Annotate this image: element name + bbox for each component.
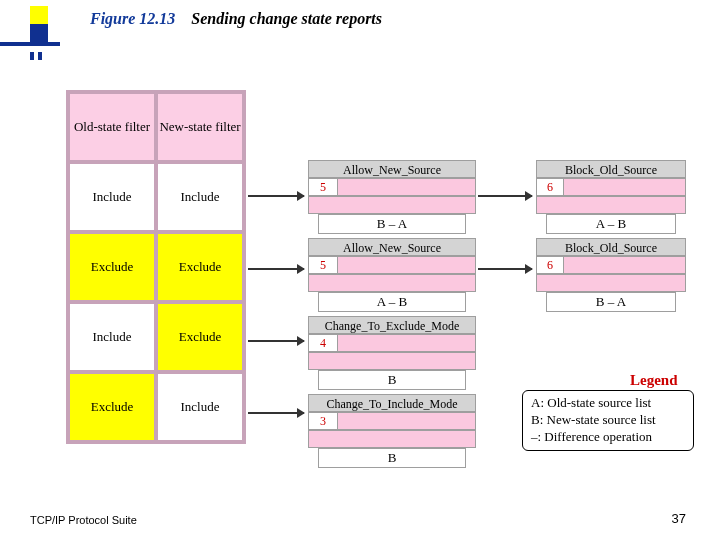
arrow-icon: [248, 195, 304, 197]
slide-logo: [0, 0, 60, 72]
table-row: Exclude Exclude: [68, 232, 244, 302]
msg-record-type: 5: [308, 256, 338, 274]
footer-page-number: 37: [672, 511, 686, 526]
msg-block-old-source: Block_Old_Source 6 B – A: [536, 238, 686, 312]
msg-data: B: [318, 448, 466, 468]
table-row: Include Include: [68, 162, 244, 232]
header-new-state: New-state filter: [156, 92, 244, 162]
figure-caption: Sending change state reports: [191, 10, 382, 27]
msg-pink-row: [536, 196, 686, 214]
arrow-icon: [248, 412, 304, 414]
msg-pink-cell: [564, 256, 686, 274]
footer-source: TCP/IP Protocol Suite: [30, 514, 137, 526]
cell-old: Exclude: [68, 372, 156, 442]
msg-pink-cell: [338, 334, 476, 352]
msg-data: B: [318, 370, 466, 390]
legend-line-c: –: Difference operation: [531, 429, 685, 446]
msg-block-old-source: Block_Old_Source 6 A – B: [536, 160, 686, 234]
table-header-row: Old-state filter New-state filter: [68, 92, 244, 162]
msg-title: Allow_New_Source: [308, 238, 476, 256]
msg-pink-cell: [338, 256, 476, 274]
msg-record-type: 5: [308, 178, 338, 196]
logo-tick: [30, 52, 34, 60]
msg-pink-row: [308, 352, 476, 370]
table-row: Include Exclude: [68, 302, 244, 372]
logo-tick: [38, 52, 42, 60]
msg-change-to-exclude: Change_To_Exclude_Mode 4 B: [308, 316, 476, 390]
figure-title: Figure 12.13 Sending change state report…: [90, 10, 382, 28]
msg-pink-cell: [338, 412, 476, 430]
msg-allow-new-source: Allow_New_Source 5 B – A: [308, 160, 476, 234]
msg-data: B – A: [318, 214, 466, 234]
cell-new: Exclude: [156, 232, 244, 302]
legend-box: A: Old-state source list B: New-state so…: [522, 390, 694, 451]
msg-pink-row: [308, 430, 476, 448]
msg-pink-cell: [564, 178, 686, 196]
legend-line-b: B: New-state source list: [531, 412, 685, 429]
logo-bar: [0, 42, 60, 46]
cell-old: Exclude: [68, 232, 156, 302]
cell-old: Include: [68, 302, 156, 372]
table-row: Exclude Include: [68, 372, 244, 442]
msg-title: Change_To_Exclude_Mode: [308, 316, 476, 334]
header-old-state: Old-state filter: [68, 92, 156, 162]
arrow-icon: [478, 195, 532, 197]
legend-line-a: A: Old-state source list: [531, 395, 685, 412]
arrow-icon: [248, 268, 304, 270]
msg-data: B – A: [546, 292, 676, 312]
msg-title: Block_Old_Source: [536, 160, 686, 178]
msg-allow-new-source: Allow_New_Source 5 A – B: [308, 238, 476, 312]
msg-pink-row: [536, 274, 686, 292]
msg-data: A – B: [318, 292, 466, 312]
msg-record-type: 6: [536, 178, 564, 196]
msg-pink-row: [308, 274, 476, 292]
msg-title: Block_Old_Source: [536, 238, 686, 256]
msg-record-type: 4: [308, 334, 338, 352]
msg-data: A – B: [546, 214, 676, 234]
msg-pink-cell: [338, 178, 476, 196]
msg-change-to-include: Change_To_Include_Mode 3 B: [308, 394, 476, 468]
figure-number: Figure 12.13: [90, 10, 175, 27]
logo-square-blue: [30, 24, 48, 42]
state-filter-table: Old-state filter New-state filter Includ…: [66, 90, 246, 444]
cell-new: Exclude: [156, 302, 244, 372]
arrow-icon: [478, 268, 532, 270]
cell-new: Include: [156, 162, 244, 232]
legend-heading: Legend: [630, 372, 678, 389]
cell-old: Include: [68, 162, 156, 232]
arrow-icon: [248, 340, 304, 342]
msg-record-type: 3: [308, 412, 338, 430]
logo-square-yellow: [30, 6, 48, 24]
msg-title: Change_To_Include_Mode: [308, 394, 476, 412]
msg-title: Allow_New_Source: [308, 160, 476, 178]
cell-new: Include: [156, 372, 244, 442]
msg-pink-row: [308, 196, 476, 214]
msg-record-type: 6: [536, 256, 564, 274]
